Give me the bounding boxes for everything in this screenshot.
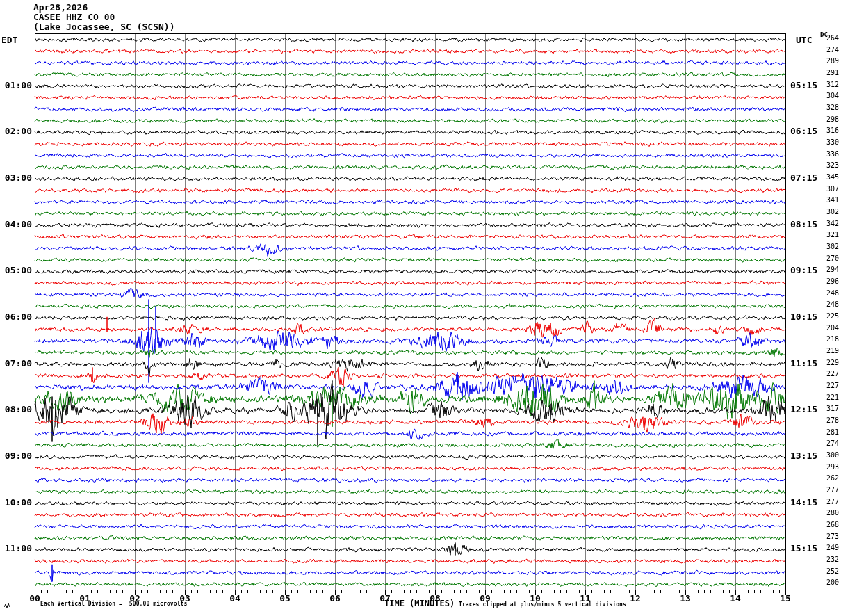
x-axis-tick-label: 15 [771, 594, 799, 603]
helicorder-screen: Apr28,2026 CASEE HHZ CO 00 (Lake Jocasse… [0, 0, 841, 616]
dc-offset-value: 293 [809, 464, 839, 471]
dc-offset-value: 270 [809, 255, 839, 262]
x-axis-tick-label: 04 [221, 594, 249, 603]
dc-offset-value: 232 [809, 556, 839, 563]
dc-offset-value: 281 [809, 429, 839, 436]
station-location: (Lake Jocassee, SC (SCSN)) [33, 22, 175, 31]
dc-offset-value: 289 [809, 58, 839, 65]
x-axis-tick-label: 13 [671, 594, 699, 603]
dc-offset-value: 302 [809, 209, 839, 216]
dc-offset-value: 264 [809, 35, 839, 42]
dc-offset-value: 219 [809, 348, 839, 355]
dc-offset-value: 341 [809, 197, 839, 204]
dc-offset-value: 296 [809, 278, 839, 285]
dc-offset-value: 278 [809, 417, 839, 424]
dc-offset-value: 316 [809, 127, 839, 134]
dc-offset-value: 229 [809, 359, 839, 366]
dc-offset-value: 307 [809, 186, 839, 193]
x-axis-tick-label: 14 [721, 594, 749, 603]
dc-offset-value: 249 [809, 544, 839, 551]
dc-offset-value: 252 [809, 568, 839, 575]
plot-date: Apr28,2026 [33, 3, 88, 12]
dc-offset-value: 225 [809, 313, 839, 320]
edt-hour-label: 09:00 [0, 451, 32, 460]
dc-offset-value: 302 [809, 243, 839, 250]
dc-offset-value: 300 [809, 452, 839, 459]
x-axis-tick-label: 06 [321, 594, 349, 603]
scale-note: Each Vertical Division = 500.00 microvol… [40, 601, 187, 607]
edt-hour-label: 07:00 [0, 359, 32, 368]
dc-offset-value: 268 [809, 521, 839, 528]
dc-offset-value: 221 [809, 394, 839, 401]
edt-hour-label: 01:00 [0, 81, 32, 90]
dc-offset-value: 273 [809, 533, 839, 540]
left-timezone-header: EDT [1, 35, 17, 44]
edt-hour-label: 11:00 [0, 544, 32, 553]
dc-offset-value: 277 [809, 499, 839, 505]
dc-offset-value: 227 [809, 382, 839, 389]
x-axis-tick-label: 05 [271, 594, 299, 603]
dc-offset-value: 200 [809, 579, 839, 586]
dc-offset-value: 280 [809, 510, 839, 517]
edt-hour-label: 02:00 [0, 127, 32, 136]
dc-offset-value: 294 [809, 266, 839, 273]
dc-offset-value: 323 [809, 162, 839, 169]
clip-note: Traces clipped at plus/minus 5 vertical … [459, 602, 626, 608]
edt-hour-label: 05:00 [0, 266, 32, 275]
x-axis-title: TIME (MINUTES) [384, 599, 455, 608]
dc-offset-value: 204 [809, 325, 839, 332]
seismogram-canvas [0, 0, 841, 616]
dc-offset-value: 342 [809, 220, 839, 227]
dc-offset-value: 336 [809, 151, 839, 158]
dc-offset-value: 345 [809, 174, 839, 181]
edt-hour-label: 03:00 [0, 173, 32, 182]
edt-hour-label: 06:00 [0, 312, 32, 321]
dc-offset-value: 317 [809, 405, 839, 412]
dc-offset-value: 291 [809, 70, 839, 76]
dc-offset-value: 330 [809, 139, 839, 146]
dc-offset-value: 277 [809, 487, 839, 494]
dc-offset-value: 304 [809, 92, 839, 99]
dc-offset-value: 218 [809, 336, 839, 343]
dc-offset-value: 262 [809, 475, 839, 482]
dc-offset-value: 321 [809, 232, 839, 238]
dc-offset-value: 312 [809, 81, 839, 88]
edt-hour-label: 10:00 [0, 498, 32, 507]
dc-offset-value: 328 [809, 104, 839, 111]
dc-offset-value: 248 [809, 290, 839, 297]
dc-offset-value: 274 [809, 440, 839, 447]
dc-offset-value: 248 [809, 301, 839, 308]
dc-offset-value: 274 [809, 47, 839, 54]
edt-hour-label: 04:00 [0, 220, 32, 229]
waveform-mark-icon [4, 602, 13, 609]
dc-offset-value: 298 [809, 116, 839, 123]
edt-hour-label: 08:00 [0, 405, 32, 414]
station-code: CASEE HHZ CO 00 [33, 13, 115, 22]
dc-offset-value: 227 [809, 371, 839, 378]
